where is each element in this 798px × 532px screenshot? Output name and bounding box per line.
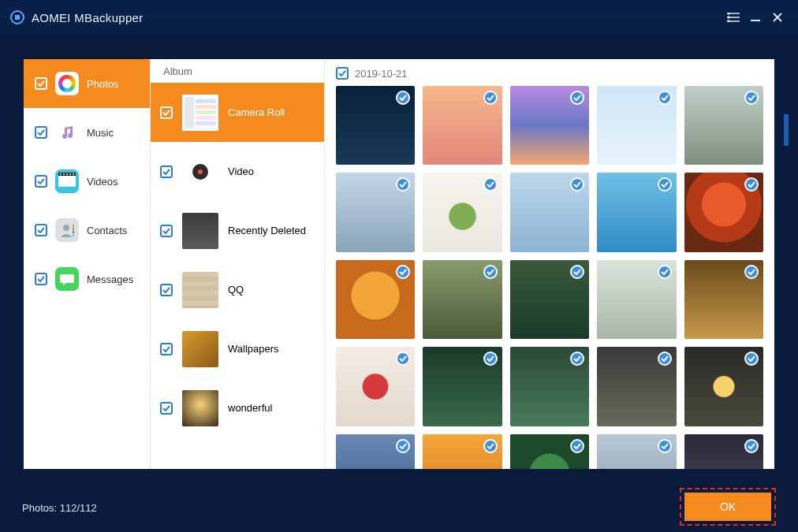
photo-tile[interactable] — [510, 260, 589, 339]
photo-tile[interactable] — [597, 434, 676, 469]
photo-tile[interactable] — [336, 434, 415, 469]
checkbox-icon[interactable] — [160, 343, 173, 355]
photo-tile[interactable] — [336, 173, 415, 251]
sidebar-item-messages[interactable]: Messages — [24, 255, 150, 303]
checkbox-icon[interactable] — [35, 273, 47, 285]
selected-check-icon[interactable] — [396, 265, 410, 279]
album-header: Album — [151, 59, 324, 83]
selected-check-icon[interactable] — [744, 352, 759, 366]
checkbox-icon[interactable] — [336, 67, 349, 80]
selected-check-icon[interactable] — [744, 439, 759, 453]
close-icon[interactable] — [766, 6, 789, 28]
photo-tile[interactable] — [684, 260, 763, 339]
main-panel: Photos Music Videos Contacts — [24, 59, 774, 469]
checkbox-icon[interactable] — [160, 106, 173, 119]
selected-check-icon[interactable] — [744, 177, 759, 192]
photo-tile[interactable] — [684, 347, 763, 426]
selected-check-icon[interactable] — [396, 439, 410, 453]
category-sidebar: Photos Music Videos Contacts — [24, 59, 150, 469]
selected-check-icon[interactable] — [658, 265, 672, 279]
photo-tile[interactable] — [510, 86, 589, 165]
photo-tile[interactable] — [336, 347, 415, 426]
selected-check-icon[interactable] — [483, 265, 498, 279]
selected-check-icon[interactable] — [483, 91, 498, 105]
album-item-recently-deleted[interactable]: Recently Deleted — [151, 201, 324, 260]
album-label: Video — [228, 166, 254, 177]
selected-check-icon[interactable] — [744, 91, 759, 105]
svg-point-31 — [198, 169, 203, 174]
photo-grid — [331, 86, 768, 469]
svg-point-6 — [728, 17, 729, 18]
svg-rect-27 — [196, 110, 216, 114]
photo-tile[interactable] — [510, 347, 589, 426]
svg-rect-11 — [58, 176, 76, 187]
selected-check-icon[interactable] — [658, 439, 672, 453]
scrollbar[interactable] — [784, 114, 789, 146]
album-label: wonderful — [228, 402, 272, 414]
album-label: Camera Roll — [228, 106, 285, 118]
photo-tile[interactable] — [684, 434, 763, 469]
album-item-video[interactable]: Video — [151, 142, 324, 201]
photos-icon — [55, 72, 79, 95]
photo-tile[interactable] — [423, 347, 502, 426]
sidebar-item-photos[interactable]: Photos — [24, 59, 150, 108]
photo-tile[interactable] — [597, 347, 676, 426]
album-thumb — [182, 272, 218, 308]
selected-check-icon[interactable] — [396, 352, 410, 366]
album-item-wonderful[interactable]: wonderful — [151, 378, 324, 437]
album-thumb — [182, 390, 218, 426]
selected-check-icon[interactable] — [744, 265, 759, 279]
selected-check-icon[interactable] — [570, 439, 584, 453]
checkbox-icon[interactable] — [160, 284, 173, 296]
selected-check-icon[interactable] — [483, 352, 498, 366]
album-list: Album Camera Roll Video Recently Deleted… — [150, 59, 325, 469]
checkbox-icon[interactable] — [160, 225, 173, 237]
checkbox-icon[interactable] — [35, 126, 47, 139]
selected-check-icon[interactable] — [570, 352, 584, 366]
app-logo-icon — [9, 9, 25, 25]
sidebar-item-contacts[interactable]: Contacts — [24, 206, 150, 255]
checkbox-icon[interactable] — [160, 402, 173, 415]
photo-tile[interactable] — [510, 434, 589, 469]
checkbox-icon[interactable] — [35, 175, 47, 188]
album-thumb — [182, 331, 218, 367]
photo-tile[interactable] — [684, 86, 763, 165]
photo-tile[interactable] — [423, 173, 502, 251]
minimize-icon[interactable] — [744, 6, 766, 28]
selected-check-icon[interactable] — [570, 91, 584, 105]
date-header[interactable]: 2019-10-21 — [331, 67, 768, 80]
album-item-qq[interactable]: QQ — [151, 260, 324, 319]
selected-check-icon[interactable] — [396, 91, 410, 105]
selected-check-icon[interactable] — [483, 177, 498, 192]
selected-check-icon[interactable] — [658, 177, 672, 192]
svg-point-15 — [66, 173, 68, 175]
photo-tile[interactable] — [597, 173, 676, 251]
sidebar-item-videos[interactable]: Videos — [24, 157, 150, 206]
selected-check-icon[interactable] — [396, 177, 410, 192]
selected-check-icon[interactable] — [658, 91, 672, 105]
selected-check-icon[interactable] — [570, 177, 584, 192]
svg-point-5 — [728, 13, 729, 14]
selected-check-icon[interactable] — [658, 352, 672, 366]
album-item-camera-roll[interactable]: Camera Roll — [151, 83, 324, 142]
sidebar-item-music[interactable]: Music — [24, 108, 150, 157]
checkbox-icon[interactable] — [35, 77, 47, 90]
photo-tile[interactable] — [597, 260, 676, 339]
photo-tile[interactable] — [336, 86, 415, 165]
svg-rect-1 — [15, 15, 20, 20]
menu-icon[interactable] — [722, 6, 744, 28]
checkbox-icon[interactable] — [160, 166, 173, 178]
checkbox-icon[interactable] — [35, 224, 47, 236]
photo-tile[interactable] — [336, 260, 415, 339]
selected-check-icon[interactable] — [483, 439, 498, 453]
photo-tile[interactable] — [597, 86, 676, 165]
album-item-wallpapers[interactable]: Wallpapers — [151, 319, 324, 378]
selected-check-icon[interactable] — [570, 265, 584, 279]
photo-tile[interactable] — [510, 173, 589, 251]
sidebar-item-label: Photos — [87, 78, 118, 90]
photo-tile[interactable] — [423, 86, 502, 165]
photo-tile[interactable] — [423, 260, 502, 339]
photo-tile[interactable] — [684, 173, 763, 251]
ok-button[interactable]: OK — [684, 493, 771, 521]
photo-tile[interactable] — [423, 434, 502, 469]
